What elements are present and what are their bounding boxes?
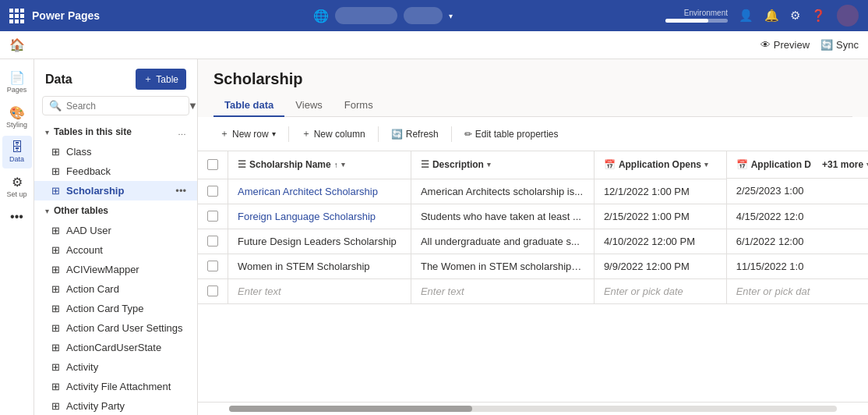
row-checkbox[interactable] <box>207 236 218 247</box>
col-icon: 📅 <box>604 159 616 170</box>
sidebar-item-action-card[interactable]: ⊞ Action Card <box>34 279 197 299</box>
th-checkbox <box>198 151 228 179</box>
preview-button[interactable]: 👁 Preview <box>760 39 810 51</box>
sync-button[interactable]: 🔄 Sync <box>820 39 859 51</box>
scrollbar-thumb[interactable] <box>229 406 472 412</box>
th-application-opens[interactable]: 📅 Application Opens ▾ <box>594 151 726 179</box>
topbar-chevron-icon[interactable]: ▾ <box>449 12 453 20</box>
person-icon[interactable]: 👤 <box>739 9 753 23</box>
col-chevron-icon[interactable]: ▾ <box>341 161 345 168</box>
row-description: Students who have taken at least ... <box>411 204 594 229</box>
rail-item-pages[interactable]: 📄 Pages <box>2 66 32 99</box>
placeholder-date[interactable]: Enter or pick date <box>594 278 726 303</box>
col-chevron-icon[interactable]: ▾ <box>487 161 491 168</box>
row-scholarship-name[interactable]: Foreign Language Scholarship <box>228 204 411 229</box>
row-scholarship-name[interactable]: American Architect Scholarship <box>228 179 411 204</box>
th-scholarship-name[interactable]: ☰ Scholarship Name ↑ ▾ <box>228 151 411 179</box>
table-grid-icon: ⊞ <box>51 283 60 295</box>
page-pill[interactable] <box>404 7 443 24</box>
placeholder-date2[interactable]: Enter or pick dat <box>726 278 868 303</box>
more-columns-button[interactable]: +31 more ▾ <box>822 159 868 170</box>
row-opens: 12/1/2022 1:00 PM <box>594 179 726 204</box>
table-item-label: Scholarship <box>66 185 169 197</box>
sidebar-item-action-card-type[interactable]: ⊞ Action Card Type <box>34 299 197 318</box>
section-chevron-other: ▾ <box>45 207 49 215</box>
placeholder-text[interactable]: Enter text <box>228 278 411 303</box>
data-table-wrapper: ☰ Scholarship Name ↑ ▾ ☰ Description ▾ <box>198 151 868 402</box>
search-input[interactable] <box>66 101 183 112</box>
col-icon: ☰ <box>238 159 246 170</box>
row-checkbox[interactable] <box>207 286 218 296</box>
sidebar-item-aciviewmapper[interactable]: ⊞ ACIViewMapper <box>34 260 197 279</box>
help-icon[interactable]: ❓ <box>811 9 826 23</box>
row-checkbox-cell <box>198 278 228 303</box>
row-opens: 9/9/2022 12:00 PM <box>594 254 726 278</box>
table-grid-icon: ⊞ <box>51 244 60 256</box>
table-grid-icon: ⊞ <box>51 146 60 158</box>
sidebar-item-activity-party[interactable]: ⊞ Activity Party <box>34 396 197 415</box>
new-column-button[interactable]: ＋ New column <box>295 123 372 144</box>
sidebar-item-class[interactable]: ⊞ Class <box>34 142 197 161</box>
row-scholarship-name: Women in STEM Scholarship <box>228 254 411 278</box>
sidebar-item-feedback[interactable]: ⊞ Feedback <box>34 161 197 181</box>
home-icon[interactable]: 🏠 <box>9 37 25 52</box>
horizontal-scrollbar[interactable] <box>229 406 837 412</box>
col-icon: 📅 <box>736 159 748 170</box>
sync-icon: 🔄 <box>820 39 833 51</box>
tab-forms[interactable]: Forms <box>333 94 384 117</box>
section-badge-site: … <box>178 127 186 137</box>
sidebar-item-action-card-user-settings[interactable]: ⊞ Action Card User Settings <box>34 318 197 338</box>
waffle-icon[interactable] <box>9 9 24 23</box>
row-checkbox[interactable] <box>207 261 218 271</box>
more-icon[interactable]: ••• <box>175 185 186 197</box>
main-layout: 📄 Pages 🎨 Styling 🗄 Data ⚙ Set up ••• Da… <box>0 59 868 415</box>
content-tabs: Table data Views Forms <box>213 94 852 117</box>
secondbar-right: 👁 Preview 🔄 Sync <box>760 39 859 51</box>
row-checkbox[interactable] <box>207 186 218 197</box>
section-header-site-tables[interactable]: ▾ Tables in this site … <box>34 122 197 142</box>
new-row-chevron-icon[interactable]: ▾ <box>272 129 276 138</box>
avatar[interactable] <box>837 5 859 27</box>
refresh-button[interactable]: 🔄 Refresh <box>385 125 445 144</box>
sidebar: Data ＋ Table 🔍 ▼ ▾ Tables in this site …… <box>34 59 198 415</box>
rail-item-data[interactable]: 🗄 Data <box>2 136 32 168</box>
table-grid-icon: ⊞ <box>51 303 60 314</box>
row-checkbox-cell <box>198 179 228 204</box>
edit-table-label: Edit table properties <box>475 129 559 140</box>
sidebar-item-activity[interactable]: ⊞ Activity <box>34 357 197 377</box>
rail-item-styling[interactable]: 🎨 Styling <box>2 101 32 134</box>
edit-table-button[interactable]: ✏ Edit table properties <box>458 125 565 144</box>
settings-icon[interactable]: ⚙ <box>790 9 800 23</box>
table-row: Foreign Language Scholarship Students wh… <box>198 204 868 229</box>
refresh-label: Refresh <box>406 129 439 140</box>
new-row-button[interactable]: ＋ New row ▾ <box>213 123 282 144</box>
filter-icon[interactable]: ▼ <box>188 100 198 112</box>
toolbar-divider-3 <box>451 126 452 142</box>
placeholder-text[interactable]: Enter text <box>411 278 594 303</box>
add-table-button[interactable]: ＋ Table <box>136 69 186 90</box>
bell-icon[interactable]: 🔔 <box>764 9 779 23</box>
header-checkbox[interactable] <box>207 159 218 170</box>
col-chevron-icon[interactable]: ▾ <box>704 161 708 168</box>
plus-icon: ＋ <box>220 127 229 140</box>
site-pill[interactable] <box>335 7 397 24</box>
table-item-label: Feedback <box>66 165 186 177</box>
th-description[interactable]: ☰ Description ▾ <box>411 151 594 179</box>
row-checkbox[interactable] <box>207 211 218 222</box>
sidebar-item-aad-user[interactable]: ⊞ AAD User <box>34 221 197 240</box>
sidebar-item-account[interactable]: ⊞ Account <box>34 240 197 260</box>
new-row-label: New row <box>232 129 269 140</box>
rail-item-setup[interactable]: ⚙ Set up <box>2 170 32 204</box>
rail-more-icon[interactable]: ••• <box>10 205 23 229</box>
row-opens: 2/15/2022 1:00 PM <box>594 204 726 229</box>
sidebar-item-scholarship[interactable]: ⊞ Scholarship ••• <box>34 181 197 200</box>
sidebar-item-activity-file-attachment[interactable]: ⊞ Activity File Attachment <box>34 377 197 396</box>
sidebar-item-actioncarduserstate[interactable]: ⊞ ActionCardUserState <box>34 338 197 357</box>
tab-table-data[interactable]: Table data <box>213 94 284 117</box>
tab-views[interactable]: Views <box>284 94 333 117</box>
col-icon: ☰ <box>421 159 429 170</box>
more-cols-label: +31 more <box>822 159 863 170</box>
th-application-d[interactable]: 📅 Application D +31 more ▾ + <box>727 151 868 179</box>
rail-label-pages: Pages <box>7 87 27 94</box>
section-header-other-tables[interactable]: ▾ Other tables <box>34 200 197 221</box>
